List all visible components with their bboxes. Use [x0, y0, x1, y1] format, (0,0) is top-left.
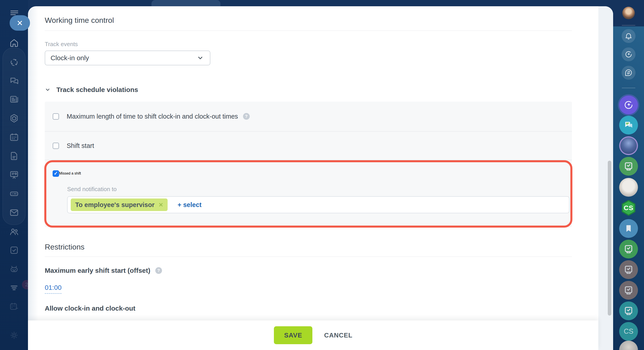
divider [622, 25, 635, 26]
violation-row-shift-start: Shift start [45, 131, 572, 160]
missed-shift-label: Missed a shift [59, 172, 81, 176]
close-icon: ✕ [16, 18, 23, 28]
violation-row-missed-shift: ✓ Missed a shift Send notification to To… [45, 160, 572, 227]
shift-start-checkbox[interactable] [52, 142, 59, 149]
max-early-row: Maximum early shift start (offset) ? [45, 267, 572, 274]
restrictions-title: Restrictions [45, 242, 572, 252]
recipient-select-input[interactable]: To employee's supervisor ✕ + select [67, 196, 570, 213]
track-events-label: Track events [45, 41, 572, 48]
task-app-icon[interactable] [619, 281, 638, 300]
document-icon[interactable] [9, 151, 19, 161]
chevron-down-icon [197, 54, 204, 61]
send-notification-label: Send notification to [67, 186, 558, 193]
task-app-icon[interactable] [619, 240, 638, 258]
user-avatar[interactable] [622, 7, 635, 19]
modal-footer: SAVE CANCEL [28, 320, 598, 350]
chat-transfer-icon[interactable] [622, 66, 636, 80]
cs-circle-label: CS [624, 328, 633, 336]
tasks-app-icon[interactable] [619, 157, 638, 176]
robot-icon[interactable] [9, 264, 19, 274]
home-icon[interactable] [9, 38, 19, 48]
max-early-label: Maximum early shift start (offset) [45, 267, 150, 274]
bookmark-app-icon[interactable] [619, 219, 638, 238]
violations-section-header[interactable]: Track schedule violations [45, 86, 572, 94]
add-recipient-link[interactable]: + select [178, 201, 202, 208]
shift-start-label: Shift start [67, 142, 94, 150]
cs-hexagon-label: CS [624, 204, 634, 212]
help-icon[interactable]: ? [243, 113, 250, 120]
ai-assistant-icon[interactable] [622, 48, 636, 61]
save-button[interactable]: SAVE [274, 326, 312, 344]
collapse-chevron-icon [45, 87, 50, 93]
max-early-value-link[interactable]: 01:00 [45, 284, 62, 294]
contact-avatar[interactable] [619, 136, 638, 155]
divider [622, 88, 635, 88]
recipient-tag: To employee's supervisor ✕ [71, 198, 168, 211]
scrollbar-thumb[interactable] [608, 161, 611, 316]
divider [45, 30, 572, 31]
close-button[interactable]: ✕ [10, 15, 30, 31]
left-sidebar: 2 [0, 0, 28, 350]
task-app-icon[interactable] [619, 260, 638, 279]
divider [45, 256, 572, 257]
recipient-tag-label: To employee's supervisor [75, 201, 154, 208]
server-icon[interactable] [9, 189, 19, 199]
tasks-icon[interactable] [9, 245, 19, 255]
violations-panel: Maximum length of time to shift clock-in… [45, 102, 572, 227]
mail-icon[interactable] [9, 208, 19, 218]
calendar-alt-icon[interactable] [9, 301, 19, 312]
users-icon[interactable] [9, 226, 19, 237]
cs-circle-badge[interactable]: CS [619, 322, 638, 341]
package-icon[interactable] [9, 113, 19, 124]
chat-icon[interactable] [9, 76, 19, 86]
allow-clock-label: Allow clock-in and clock-out [45, 304, 572, 312]
notifications-bell-icon[interactable] [622, 29, 636, 43]
ai-app-icon[interactable] [619, 96, 638, 114]
presentation-icon[interactable] [9, 170, 19, 180]
share-icon[interactable] [9, 57, 19, 68]
page-title: Working time control [45, 16, 572, 24]
right-sidebar: CS CS [613, 0, 644, 350]
task-app-icon[interactable] [619, 302, 638, 320]
working-time-modal: Working time control Track events Clock-… [28, 6, 613, 350]
settings-gear-icon[interactable] [9, 330, 19, 340]
cs-hexagon-badge[interactable]: CS [619, 198, 638, 217]
check-icon: ✓ [54, 170, 58, 176]
cancel-button[interactable]: CANCEL [324, 332, 352, 339]
missed-shift-checkbox[interactable]: ✓ [52, 170, 59, 177]
violations-title: Track schedule violations [56, 86, 138, 94]
max-length-label: Maximum length of time to shift clock-in… [67, 113, 238, 120]
cat-avatar[interactable] [619, 178, 638, 197]
filter-icon[interactable]: 2 [9, 283, 19, 293]
news-icon[interactable] [9, 94, 19, 104]
track-events-value: Clock-in only [50, 54, 197, 62]
track-events-select[interactable]: Clock-in only [45, 50, 210, 65]
calendar-icon[interactable] [9, 132, 19, 142]
modal-content: Working time control Track events Clock-… [28, 6, 598, 320]
violation-row-max-length: Maximum length of time to shift clock-in… [45, 102, 572, 131]
max-length-checkbox[interactable] [52, 113, 59, 120]
help-icon[interactable]: ? [155, 267, 162, 274]
remove-tag-icon[interactable]: ✕ [159, 202, 163, 208]
scrollbar-gutter [598, 6, 613, 350]
messenger-app-icon[interactable] [619, 116, 638, 134]
